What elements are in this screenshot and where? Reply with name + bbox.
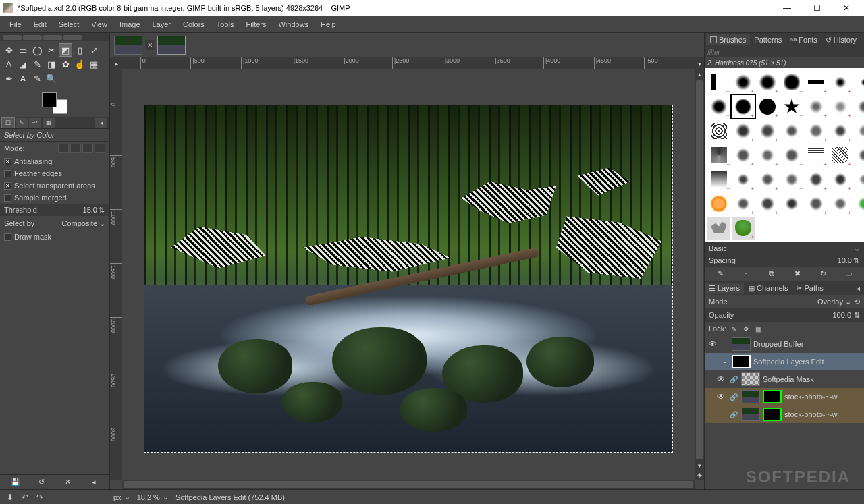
link-toggle[interactable]: 🔗 — [729, 411, 738, 418]
brush-item[interactable] — [707, 119, 730, 142]
tool-gradient[interactable]: ▦ — [88, 58, 100, 70]
brush-item[interactable] — [732, 168, 755, 191]
sample-merged-checkbox[interactable] — [4, 194, 11, 202]
tab-brushes[interactable]: Brushes — [706, 34, 750, 45]
brush-item[interactable] — [805, 168, 828, 191]
brush-item[interactable] — [732, 192, 755, 215]
brush-item[interactable] — [805, 144, 828, 167]
feather-checkbox[interactable] — [4, 170, 11, 177]
brush-preset-dropdown[interactable]: Basic,⌄ — [705, 242, 864, 254]
transparent-checkbox[interactable]: ✕ — [4, 182, 11, 190]
del-brush-button[interactable]: ✖ — [791, 269, 803, 279]
foreground-color[interactable] — [42, 92, 57, 107]
brush-item[interactable] — [756, 71, 779, 94]
tool-options-tab[interactable]: ☐ — [2, 118, 14, 128]
layer-row[interactable]: - Softpedia Layers Edit — [705, 353, 864, 370]
opacity-input[interactable]: Opacity 100.0 ⇅ — [705, 308, 864, 322]
brush-item[interactable] — [780, 192, 803, 215]
menu-image[interactable]: Image — [114, 18, 146, 30]
brush-item[interactable] — [780, 119, 803, 142]
layer-row[interactable]: 👁 🔗 Softpedia Mask — [705, 370, 864, 388]
scrollbar-vertical[interactable]: ▴▾◈ — [695, 69, 704, 480]
mode-dropdown[interactable]: Overlay ⌄ — [730, 298, 851, 306]
layers-menu-button[interactable]: ◂ — [853, 283, 864, 293]
link-toggle[interactable]: 🔗 — [729, 393, 738, 401]
dock-menu-button[interactable]: ◂ — [861, 35, 864, 45]
layer-thumbnail[interactable] — [741, 390, 760, 403]
tool-text2[interactable]: A — [17, 72, 29, 84]
save-preset-button[interactable]: 💾 — [9, 477, 22, 488]
brush-item[interactable] — [853, 71, 864, 94]
zoom-dropdown[interactable]: 18.2 % ⌄ — [137, 493, 169, 501]
tab-menu-button[interactable]: ◂ — [95, 118, 107, 128]
tool-paintbrush[interactable]: ✎ — [31, 58, 43, 70]
brush-item[interactable] — [780, 168, 803, 191]
new-brush-button[interactable]: ▫ — [740, 269, 752, 279]
brush-item[interactable] — [780, 71, 803, 94]
canvas[interactable] — [122, 69, 695, 480]
brush-item[interactable] — [707, 71, 730, 94]
brush-item[interactable] — [805, 119, 828, 142]
mode-buttons[interactable] — [58, 144, 105, 153]
menu-windows[interactable]: Windows — [273, 18, 314, 30]
tool-crop[interactable]: ▯ — [74, 44, 86, 56]
brush-item[interactable] — [707, 144, 730, 167]
visibility-toggle[interactable]: 👁 — [716, 392, 726, 401]
lock-pixels-button[interactable]: ✎ — [729, 324, 738, 333]
undo-button[interactable]: ↶ — [19, 492, 31, 503]
tool-bucket[interactable]: ◢ — [17, 58, 29, 70]
menu-file[interactable]: File — [4, 18, 27, 30]
brush-item[interactable] — [756, 192, 779, 215]
threshold-spinner[interactable]: ⇅ — [97, 206, 105, 215]
tab-patterns[interactable]: Patterns — [750, 34, 786, 45]
tab-channels[interactable]: ▦Channels — [744, 283, 792, 294]
brush-item[interactable] — [756, 168, 779, 191]
brush-item[interactable] — [707, 217, 730, 240]
tool-select-by-color[interactable]: ◩ — [59, 44, 72, 56]
tab-paths[interactable]: ✂Paths — [792, 283, 828, 294]
brush-filter-input[interactable]: filter — [705, 47, 864, 57]
brush-item[interactable] — [853, 144, 864, 167]
antialiasing-checkbox[interactable]: ✕ — [4, 158, 11, 165]
tool-zoom[interactable]: 🔍 — [45, 72, 57, 84]
brush-item[interactable] — [756, 144, 779, 167]
refresh-brush-button[interactable]: ↻ — [817, 269, 829, 279]
scrollbar-horizontal[interactable] — [122, 480, 695, 489]
image-tab-2[interactable] — [157, 36, 186, 55]
open-brush-button[interactable]: ▭ — [842, 269, 855, 279]
brush-item[interactable] — [853, 95, 864, 118]
layer-thumbnail[interactable] — [741, 408, 760, 421]
tab-fonts[interactable]: AaFonts — [786, 34, 821, 45]
brush-item[interactable] — [805, 192, 828, 215]
layer-name[interactable]: stock-photo-~-w — [784, 410, 861, 418]
ruler-origin[interactable]: ▸ — [110, 57, 122, 69]
brush-item[interactable] — [829, 168, 852, 191]
images-tab[interactable]: ▦ — [43, 118, 55, 128]
brush-item[interactable] — [780, 95, 803, 118]
tab-history[interactable]: ↺History — [821, 34, 861, 46]
layer-row[interactable]: 🔗 stock-photo-~-w — [705, 405, 864, 423]
lock-position-button[interactable]: ✥ — [741, 324, 751, 333]
tool-measure[interactable]: ✎ — [31, 72, 43, 84]
brush-item[interactable] — [853, 119, 864, 142]
menu-view[interactable]: View — [86, 18, 113, 30]
minimize-button[interactable]: — — [772, 0, 802, 16]
brush-item[interactable] — [732, 71, 755, 94]
menu-colors[interactable]: Colors — [178, 18, 210, 30]
spacing-input[interactable]: Spacing 10.0 ⇅ — [705, 254, 864, 267]
layer-thumbnail[interactable] — [732, 355, 751, 368]
brush-item[interactable] — [853, 168, 864, 191]
opacity-spinner[interactable]: ⇅ — [854, 311, 860, 320]
layer-row[interactable]: 👁 Dropped Buffer — [705, 335, 864, 353]
tool-transform[interactable]: ⤢ — [88, 44, 100, 56]
menu-edit[interactable]: Edit — [28, 18, 52, 30]
brush-item[interactable] — [805, 71, 828, 94]
expand-toggle[interactable]: - — [721, 358, 729, 366]
layer-thumbnail[interactable] — [732, 337, 751, 351]
brush-item[interactable] — [732, 144, 755, 167]
brush-item[interactable] — [829, 192, 852, 215]
lock-alpha-button[interactable]: ▦ — [753, 324, 763, 333]
layer-name[interactable]: Softpedia Mask — [763, 375, 861, 383]
layer-mask-thumbnail[interactable] — [763, 408, 782, 421]
menu-select[interactable]: Select — [53, 18, 85, 30]
